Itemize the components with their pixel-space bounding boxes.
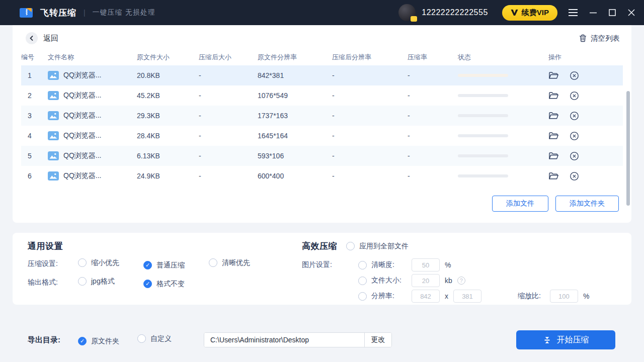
radio-icon (358, 292, 367, 301)
menu-button[interactable] (568, 9, 579, 17)
clear-list-button[interactable]: 清空列表 (579, 34, 620, 43)
remove-file-icon[interactable] (570, 131, 579, 141)
resolution-separator: x (445, 292, 448, 300)
title-divider: | (84, 9, 86, 17)
remove-file-icon[interactable] (570, 151, 579, 161)
change-path-button[interactable]: 更改 (364, 333, 391, 347)
table-header: 编号文件名称原文件大小压缩后大小原文件分辨率压缩后分辨率压缩率状态操作 (21, 49, 623, 65)
resolution-height-input[interactable] (453, 290, 481, 303)
radio-label: 自定义 (150, 334, 172, 343)
radio-option[interactable]: ✓普通压缩 (143, 261, 209, 270)
remove-file-icon[interactable] (570, 71, 579, 80)
help-icon[interactable]: ? (457, 277, 465, 285)
filesize-radio[interactable]: 文件大小: (358, 276, 412, 285)
start-compress-button[interactable]: 开始压缩 (516, 330, 615, 349)
original-resolution: 1737*163 (258, 112, 332, 120)
radio-icon: ✓ (143, 261, 152, 269)
maximize-button[interactable] (608, 9, 617, 17)
open-folder-icon[interactable] (548, 152, 558, 160)
add-folder-button[interactable]: 添加文件夹 (555, 196, 619, 212)
open-folder-icon[interactable] (548, 92, 558, 100)
clear-list-label: 清空列表 (591, 34, 620, 43)
original-resolution: 593*106 (258, 152, 332, 160)
open-folder-icon[interactable] (548, 71, 558, 80)
original-size: 24.9KB (137, 172, 199, 180)
open-folder-icon[interactable] (548, 172, 558, 180)
table-row[interactable]: 6 QQ浏览器... 24.9KB - 600*400 - - (21, 166, 623, 186)
table-row[interactable]: 4 QQ浏览器... 28.4KB - 1645*164 - - (21, 126, 623, 146)
efficient-settings: 高效压缩 应用到全部文件 图片设置: 清晰度: % 文件大小: kb ? (302, 240, 616, 296)
resolution-width-input[interactable] (412, 290, 440, 303)
open-folder-icon[interactable] (548, 132, 558, 140)
compressed-size: - (199, 172, 258, 180)
filesize-input[interactable] (412, 274, 440, 287)
back-button[interactable] (26, 32, 38, 44)
renew-vip-button[interactable]: 续费VIP (502, 5, 557, 21)
close-button[interactable] (627, 9, 636, 17)
radio-icon (209, 258, 217, 267)
clarity-unit: % (445, 261, 451, 269)
table-row[interactable]: 5 QQ浏览器... 6.13KB - 593*106 - - (21, 146, 623, 166)
table-row[interactable]: 3 QQ浏览器... 29.3KB - 1737*163 - - (21, 106, 623, 126)
compressed-resolution: - (332, 152, 408, 160)
filesize-label: 文件大小: (371, 276, 401, 285)
row-number: 1 (21, 71, 43, 79)
maximize-icon (608, 9, 617, 17)
vertical-scrollbar[interactable] (626, 91, 630, 206)
compressed-size: - (199, 132, 258, 140)
start-compress-label: 开始压缩 (557, 335, 589, 345)
column-header: 文件名称 (43, 53, 137, 62)
progress-bar (458, 154, 508, 157)
radio-option[interactable]: 清晰优先 (209, 258, 274, 267)
remove-file-icon[interactable] (570, 171, 579, 181)
radio-label: 普通压缩 (156, 261, 185, 270)
app-tagline: 一键压缩 无损处理 (93, 8, 155, 17)
clarity-input[interactable] (412, 258, 440, 272)
file-name: QQ浏览器... (63, 111, 101, 120)
open-folder-icon[interactable] (548, 112, 558, 120)
hamburger-icon (568, 9, 579, 17)
general-settings: 通用设置 压缩设置: 缩小优先✓普通压缩清晰优先 输出格式: jpg格式✓格式不… (28, 240, 302, 296)
row-number: 2 (21, 92, 43, 100)
radio-label: jpg格式 (91, 277, 115, 286)
scale-input[interactable] (550, 290, 578, 303)
compressed-resolution: - (332, 112, 408, 120)
compression-ratio: - (408, 92, 454, 100)
radio-option[interactable]: 缩小优先 (78, 258, 143, 267)
table-row[interactable]: 1 QQ浏览器... 20.8KB - 842*381 - - (21, 65, 623, 85)
radio-option[interactable]: jpg格式 (78, 277, 143, 286)
export-option-group: ✓原文件夹自定义 (78, 334, 197, 346)
radio-icon (78, 258, 87, 267)
export-dir-label: 导出目录: (28, 335, 78, 345)
remove-file-icon[interactable] (570, 91, 579, 101)
image-setting-label: 图片设置: (302, 260, 358, 269)
original-resolution: 600*400 (258, 172, 332, 180)
image-file-icon (48, 111, 59, 120)
resolution-label: 分辨率: (371, 292, 394, 301)
radio-option[interactable]: ✓格式不变 (143, 280, 209, 289)
settings-panel: 通用设置 压缩设置: 缩小优先✓普通压缩清晰优先 输出格式: jpg格式✓格式不… (13, 233, 631, 305)
compression-ratio: - (408, 132, 454, 140)
column-header: 压缩后分辨率 (332, 53, 408, 62)
radio-icon (358, 261, 367, 269)
user-avatar[interactable] (398, 4, 416, 21)
account-number: 12222222222555 (422, 8, 488, 17)
minimize-button[interactable] (589, 9, 598, 17)
vip-label: 续费VIP (522, 8, 549, 18)
original-resolution: 1076*549 (258, 92, 332, 100)
column-header: 编号 (21, 53, 43, 62)
compression-ratio: - (408, 112, 454, 120)
remove-file-icon[interactable] (570, 111, 579, 121)
apply-all-radio[interactable]: 应用到全部文件 (346, 242, 409, 251)
table-row[interactable]: 2 QQ浏览器... 45.2KB - 1076*549 - - (21, 85, 623, 106)
output-format-label: 输出格式: (28, 278, 78, 287)
resolution-radio[interactable]: 分辨率: (358, 292, 412, 301)
add-file-button[interactable]: 添加文件 (492, 196, 548, 212)
export-path-input[interactable] (204, 333, 364, 347)
clarity-radio[interactable]: 清晰度: (358, 260, 412, 269)
original-resolution: 1645*164 (258, 132, 332, 140)
column-header: 压缩后大小 (199, 53, 258, 62)
radio-option[interactable]: 自定义 (137, 334, 197, 343)
close-icon (627, 9, 636, 17)
radio-option[interactable]: ✓原文件夹 (78, 337, 137, 346)
